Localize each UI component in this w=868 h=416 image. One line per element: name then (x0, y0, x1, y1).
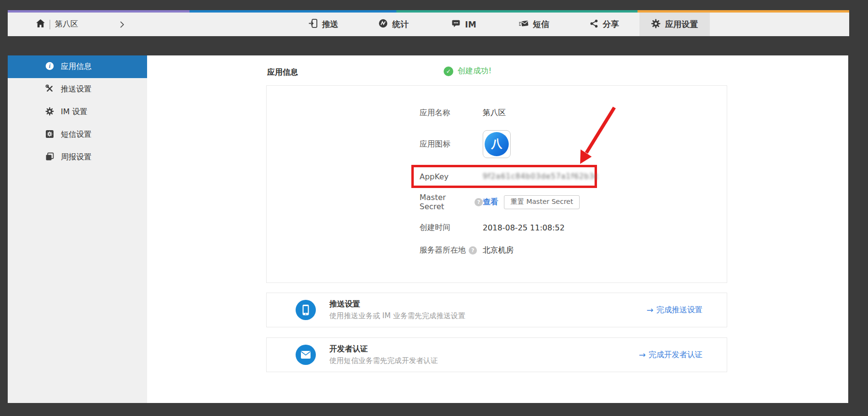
sidebar-item-label: 短信设置 (61, 130, 92, 140)
master-secret-row: Master Secret ? 查看 重置 Master Secret (420, 195, 727, 209)
card-description: 使用短信业务需先完成开发者认证 (329, 356, 438, 365)
developer-certification-card: 开发者认证 使用短信业务需先完成开发者认证 → 完成开发者认证 (266, 337, 727, 372)
app-icon-image: 八 (485, 132, 509, 156)
sidebar-item-push-settings[interactable]: 推送设置 (8, 78, 147, 101)
sidebar-item-app-info[interactable]: i 应用信息 (8, 55, 147, 78)
tab-sms[interactable]: 短信 (499, 13, 570, 36)
created-time-label: 创建时间 (420, 223, 483, 233)
top-navigation-bar: 第八区 推送 统计 IM 短信 (8, 10, 849, 36)
info-icon: i (45, 62, 54, 72)
tab-label: 推送 (322, 19, 339, 30)
breadcrumb-divider (50, 20, 50, 29)
master-secret-label: Master Secret ? (420, 193, 483, 211)
success-badge: ✓ 创建成功! (444, 66, 491, 76)
complete-push-settings-link[interactable]: → 完成推送设置 (647, 305, 703, 315)
settings-sidebar: i 应用信息 推送设置 IM 设置 短信设置 周报设置 (8, 55, 147, 403)
tools-icon (45, 84, 54, 95)
tab-app-settings[interactable]: 应用设置 (639, 13, 710, 36)
appkey-highlight-box: AppKey 9f2a61c84b03de57a1f62b3c (411, 165, 597, 188)
push-settings-card: 推送设置 使用推送业务或 IM 业务需先完成推送设置 → 完成推送设置 (266, 293, 727, 327)
app-settings-page: { "breadcrumb": { "app_name": "第八区" }, "… (0, 0, 868, 416)
tab-stats[interactable]: 统计 (359, 13, 429, 36)
tab-label: 应用设置 (665, 19, 698, 30)
tab-label: IM (465, 20, 476, 29)
sidebar-item-label: 推送设置 (61, 84, 92, 94)
breadcrumb: 第八区 (36, 13, 124, 36)
page-title: 应用信息 (267, 67, 298, 78)
card-title: 推送设置 (329, 299, 465, 309)
gear-icon (45, 107, 54, 118)
sidebar-item-label: 周报设置 (61, 152, 92, 162)
share-icon (590, 19, 598, 30)
appkey-value-redacted: 9f2a61c84b03de57a1f62b3c (483, 172, 599, 181)
app-icon[interactable]: 八 (483, 130, 511, 158)
tab-push[interactable]: 推送 (288, 13, 359, 36)
complete-developer-certification-link[interactable]: → 完成开发者认证 (639, 350, 703, 360)
card-title: 开发者认证 (329, 344, 438, 354)
sms-icon (519, 19, 529, 30)
top-tabs: 推送 统计 IM 短信 分享 (288, 13, 710, 36)
tab-label: 分享 (603, 19, 619, 30)
tab-share[interactable]: 分享 (569, 13, 639, 36)
arrow-right-icon: → (639, 350, 646, 360)
stats-icon (379, 19, 388, 30)
appkey-label: AppKey (420, 172, 483, 181)
tab-im[interactable]: IM (429, 13, 499, 36)
gear-icon (651, 19, 661, 30)
pages-icon (45, 152, 54, 163)
check-circle-icon: ✓ (444, 67, 453, 76)
sidebar-item-label: IM 设置 (61, 107, 88, 117)
app-name-row: 应用名称 第八区 (420, 106, 727, 120)
card-text: 推送设置 使用推送业务或 IM 业务需先完成推送设置 (329, 299, 465, 321)
main-panel: 应用信息 ✓ 创建成功! 应用名称 第八区 应用图标 八 (147, 55, 848, 403)
arrow-right-icon: → (647, 305, 653, 315)
card-text: 开发者认证 使用短信业务需先完成开发者认证 (329, 344, 438, 365)
help-icon[interactable]: ? (469, 246, 477, 255)
sidebar-item-label: 应用信息 (61, 62, 92, 72)
sidebar-item-sms-settings[interactable]: 短信设置 (8, 123, 147, 146)
success-message: 创建成功! (458, 66, 491, 76)
view-master-secret-link[interactable]: 查看 (483, 197, 498, 207)
chevron-right-icon[interactable] (120, 21, 124, 28)
help-icon[interactable]: ? (475, 198, 483, 206)
breadcrumb-app-name[interactable]: 第八区 (55, 19, 78, 29)
server-location-value: 北京机房 (483, 245, 514, 255)
app-info-card: 应用名称 第八区 应用图标 八 AppKey 9f2a61c84b03de57a… (266, 85, 727, 283)
content-area: i 应用信息 推送设置 IM 设置 短信设置 周报设置 (8, 55, 848, 403)
push-icon (309, 19, 318, 30)
sidebar-item-weekly-report-settings[interactable]: 周报设置 (8, 146, 147, 169)
created-time-value: 2018-08-25 11:08:52 (483, 223, 565, 232)
server-location-label: 服务器所在地 ? (420, 245, 483, 255)
home-icon[interactable] (36, 19, 45, 30)
card-description: 使用推送业务或 IM 业务需先完成推送设置 (329, 311, 465, 321)
gear-square-icon (45, 130, 54, 140)
reset-master-secret-button[interactable]: 重置 Master Secret (504, 195, 580, 209)
app-name-label: 应用名称 (420, 108, 483, 118)
phone-icon (296, 300, 316, 320)
created-time-row: 创建时间 2018-08-25 11:08:52 (420, 220, 727, 235)
app-name-value: 第八区 (483, 108, 506, 118)
app-icon-label: 应用图标 (420, 139, 483, 149)
tab-label: 短信 (533, 19, 549, 30)
envelope-icon (296, 345, 316, 365)
chat-bubble-icon (451, 19, 461, 30)
tab-label: 统计 (392, 19, 408, 30)
sidebar-item-im-settings[interactable]: IM 设置 (8, 101, 147, 123)
app-icon-row: 应用图标 八 (420, 130, 727, 158)
server-location-row: 服务器所在地 ? 北京机房 (420, 243, 727, 257)
